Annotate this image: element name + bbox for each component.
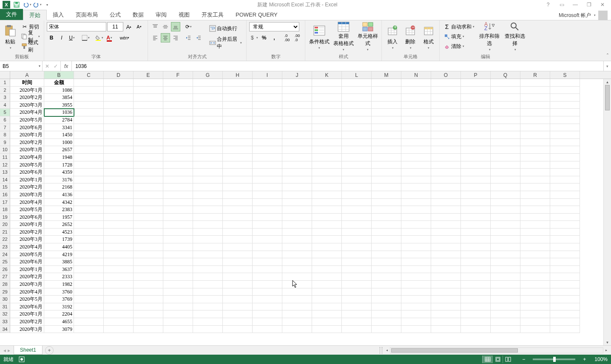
scroll-right-icon[interactable]: ▸ [603, 348, 609, 352]
cell[interactable] [491, 229, 520, 236]
cell[interactable] [461, 214, 491, 221]
cell[interactable] [550, 214, 580, 221]
cell[interactable]: 2020年2月 [10, 273, 44, 281]
cell[interactable] [431, 169, 461, 176]
cell[interactable] [163, 251, 193, 259]
cell[interactable] [104, 273, 134, 281]
cell[interactable] [282, 161, 312, 169]
cell[interactable] [461, 303, 491, 311]
cell[interactable] [372, 258, 401, 266]
cell[interactable] [520, 303, 550, 311]
row-header[interactable]: 34 [0, 326, 10, 333]
cell[interactable]: 3769 [44, 296, 74, 303]
row-header[interactable]: 6 [0, 116, 10, 124]
cell[interactable] [550, 169, 580, 176]
cell[interactable] [104, 199, 134, 206]
cell[interactable] [282, 214, 312, 221]
cell[interactable] [520, 273, 550, 281]
row-header[interactable]: 24 [0, 251, 10, 259]
column-header[interactable]: K [312, 71, 342, 79]
macro-record-icon[interactable] [19, 356, 25, 362]
cell[interactable] [372, 206, 401, 214]
cell[interactable] [461, 87, 491, 94]
cell[interactable] [372, 310, 401, 318]
cell[interactable] [282, 169, 312, 176]
cell[interactable] [193, 154, 223, 161]
cell[interactable] [253, 258, 282, 266]
column-header[interactable]: C [74, 71, 104, 79]
cell[interactable] [74, 281, 104, 288]
cell[interactable] [431, 94, 461, 102]
cell[interactable]: 2020年5月 [10, 251, 44, 259]
column-header[interactable]: D [104, 71, 134, 79]
cell[interactable] [431, 296, 461, 303]
cell[interactable] [223, 251, 253, 259]
cell[interactable] [312, 131, 342, 139]
cell[interactable] [550, 288, 580, 296]
cell[interactable] [342, 154, 372, 161]
cell[interactable] [431, 176, 461, 184]
cell[interactable] [372, 116, 401, 124]
cell[interactable] [372, 236, 401, 243]
cell[interactable] [104, 131, 134, 139]
cell[interactable] [401, 206, 431, 214]
cell[interactable] [223, 161, 253, 169]
cell[interactable] [312, 326, 342, 333]
cell[interactable]: 4523 [44, 229, 74, 236]
cell[interactable] [461, 161, 491, 169]
cell[interactable] [342, 221, 372, 229]
cell[interactable] [520, 154, 550, 161]
cell[interactable] [223, 258, 253, 266]
cell[interactable] [253, 191, 282, 199]
cell[interactable] [372, 87, 401, 94]
close-button[interactable]: ✕ [597, 1, 608, 8]
cell[interactable] [491, 161, 520, 169]
cell[interactable] [491, 243, 520, 251]
cell[interactable] [163, 87, 193, 94]
tab-data[interactable]: 数据 [127, 9, 150, 20]
cell[interactable] [550, 251, 580, 259]
cell[interactable]: 2168 [44, 183, 74, 191]
zoom-thumb[interactable] [553, 357, 556, 362]
cell[interactable] [431, 310, 461, 318]
cell[interactable] [74, 146, 104, 154]
cell[interactable] [401, 87, 431, 94]
undo-button[interactable]: ▾ [22, 0, 31, 9]
cell[interactable] [372, 131, 401, 139]
cell[interactable] [253, 326, 282, 333]
cell[interactable] [193, 296, 223, 303]
cell[interactable] [253, 154, 282, 161]
tab-home[interactable]: 开始 [23, 10, 47, 20]
cell[interactable] [193, 183, 223, 191]
cell[interactable] [312, 310, 342, 318]
cell[interactable] [104, 206, 134, 214]
cell[interactable]: 2020年3月 [10, 281, 44, 288]
increase-font-button[interactable]: A▴ [124, 22, 134, 31]
percent-button[interactable]: % [259, 33, 269, 42]
cell[interactable] [74, 229, 104, 236]
cell[interactable] [282, 236, 312, 243]
cell[interactable] [401, 296, 431, 303]
cell[interactable] [223, 281, 253, 288]
cell[interactable] [372, 288, 401, 296]
format-as-table-button[interactable]: 套用 表格格式▾ [332, 22, 355, 51]
column-header[interactable]: Q [491, 71, 520, 79]
cell[interactable] [461, 251, 491, 259]
cell[interactable] [134, 251, 163, 259]
cell[interactable] [193, 161, 223, 169]
cell[interactable]: 2020年1月 [10, 131, 44, 139]
scroll-left-icon[interactable]: ◂ [384, 348, 390, 352]
cell[interactable] [253, 176, 282, 184]
cell[interactable] [550, 199, 580, 206]
cell[interactable] [282, 206, 312, 214]
cell[interactable] [312, 221, 342, 229]
cell[interactable] [134, 214, 163, 221]
cell[interactable] [372, 94, 401, 102]
cell[interactable] [491, 102, 520, 109]
cell[interactable] [431, 139, 461, 147]
cell[interactable]: 2784 [44, 116, 74, 124]
cell[interactable] [491, 176, 520, 184]
cell[interactable] [342, 102, 372, 109]
cell[interactable] [431, 243, 461, 251]
cell[interactable] [193, 109, 223, 116]
